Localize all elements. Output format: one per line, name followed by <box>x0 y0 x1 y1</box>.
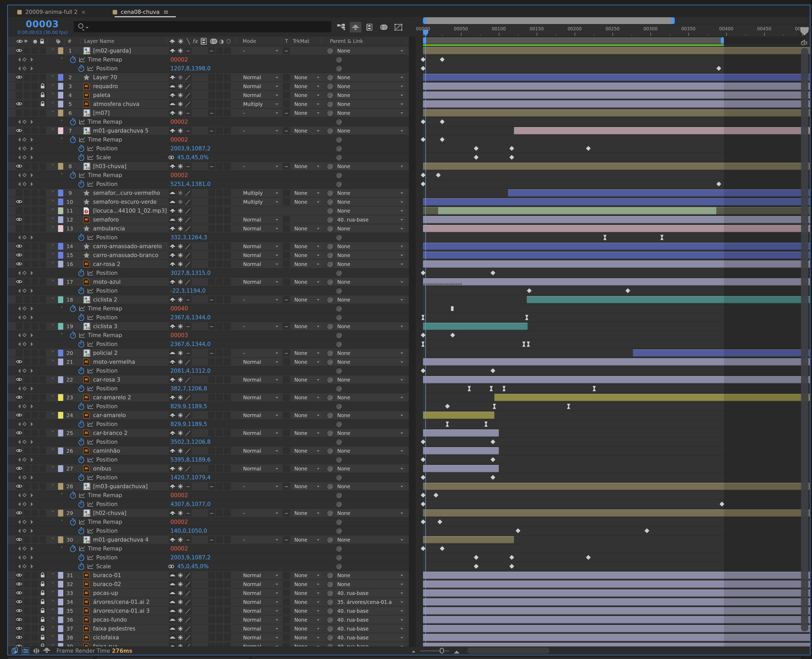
label-color-swatch[interactable] <box>58 207 63 214</box>
eye-cell[interactable] <box>16 536 22 543</box>
audio-cell[interactable] <box>24 447 30 454</box>
property-lane[interactable] <box>423 313 810 322</box>
comp-marker-bin-icon[interactable] <box>801 27 808 36</box>
threed-switch[interactable] <box>224 429 231 437</box>
frame-blend-switch[interactable]: − <box>208 349 215 356</box>
solo-cell[interactable] <box>31 91 38 99</box>
expand-layer-icon[interactable]: ˃ <box>52 82 54 90</box>
eye-cell[interactable] <box>16 598 22 605</box>
layer-row[interactable]: ˃3AiAIrequadro／NormalNone@None <box>8 82 409 91</box>
keyframe-icon[interactable] <box>625 288 630 293</box>
collapse-switch[interactable] <box>177 162 184 170</box>
parent-pickwhip-icon[interactable]: @ <box>327 46 333 55</box>
blend-mode-dropdown[interactable]: Normal <box>241 252 280 259</box>
keyframe-icon[interactable] <box>422 342 425 347</box>
quality-switch[interactable]: − <box>184 323 192 330</box>
parent-pickwhip-icon[interactable]: @ <box>327 482 333 490</box>
property-row[interactable]: Position3027,8,1315,0@ <box>8 268 409 277</box>
prev-keyframe-icon[interactable] <box>16 153 20 162</box>
property-lane[interactable] <box>423 144 810 153</box>
shy-switch[interactable] <box>169 411 176 419</box>
property-value[interactable]: 1207,8,1398,0 <box>170 64 211 73</box>
eye-cell[interactable] <box>16 74 22 81</box>
shy-switch[interactable] <box>169 590 176 596</box>
keyframe-icon[interactable] <box>527 342 530 347</box>
property-name[interactable]: Position <box>96 340 118 348</box>
collapse-switch[interactable] <box>177 216 184 223</box>
collapse-layer-icon[interactable]: ˅ <box>52 464 54 473</box>
stopwatch-icon[interactable] <box>69 517 76 526</box>
threed-switch[interactable] <box>224 260 231 268</box>
preserve-transparency-toggle[interactable] <box>283 590 290 596</box>
property-value[interactable]: 382,7,1206,8 <box>170 384 207 393</box>
shy-switch[interactable] <box>169 91 176 99</box>
graph-icon[interactable] <box>79 544 85 553</box>
stopwatch-icon[interactable] <box>78 153 85 162</box>
graph-icon[interactable] <box>87 473 94 482</box>
timeline-zoom-slider[interactable] <box>420 650 449 651</box>
property-row[interactable]: Position5395,8,1189,6@ <box>8 455 409 464</box>
motion-blur-switch[interactable] <box>216 109 223 117</box>
motion-blur-switch[interactable] <box>216 278 223 285</box>
add-keyframe-icon[interactable] <box>23 517 26 526</box>
graph-icon[interactable] <box>79 55 85 64</box>
frame-blend-switch[interactable] <box>208 74 215 81</box>
layer-row[interactable]: ˅27AiAIonibus／NormalNone@None <box>8 464 409 473</box>
shy-switch[interactable] <box>169 634 176 641</box>
property-pickwhip-icon[interactable]: @ <box>336 144 342 153</box>
graph-icon[interactable] <box>87 402 94 411</box>
solo-cell[interactable] <box>31 83 38 90</box>
label-color-swatch[interactable] <box>58 74 63 81</box>
collapse-switch[interactable] <box>177 572 184 579</box>
quality-switch[interactable]: − <box>184 509 192 517</box>
next-keyframe-icon[interactable] <box>31 553 35 562</box>
label-color-swatch[interactable] <box>58 465 63 472</box>
parent-pickwhip-icon[interactable]: @ <box>327 322 333 331</box>
preserve-transparency-toggle[interactable]: − <box>283 509 290 517</box>
lock-cell[interactable] <box>39 323 46 330</box>
shy-switch[interactable] <box>169 74 176 81</box>
property-value[interactable]: 00040 <box>170 304 188 313</box>
shy-switch[interactable] <box>169 376 176 383</box>
blend-mode-dropdown[interactable]: Normal <box>241 643 280 646</box>
quality-switch[interactable]: ／ <box>184 580 192 588</box>
layer-name[interactable]: [h03-chuva] <box>93 162 126 170</box>
audio-cell[interactable] <box>24 225 30 232</box>
add-keyframe-icon[interactable] <box>23 55 26 64</box>
parent-link-dropdown[interactable]: None <box>335 252 405 259</box>
audio-cell[interactable] <box>24 643 30 646</box>
label-color-swatch[interactable] <box>58 448 63 454</box>
property-name[interactable]: Position <box>96 313 118 322</box>
eye-cell[interactable] <box>16 509 22 517</box>
blend-mode-dropdown[interactable]: - <box>241 109 280 117</box>
shy-switch[interactable] <box>169 572 176 579</box>
add-keyframe-icon[interactable] <box>23 286 26 295</box>
audio-cell[interactable] <box>24 429 30 437</box>
property-lane[interactable] <box>423 553 810 562</box>
graph-icon[interactable] <box>87 64 94 73</box>
label-color-swatch[interactable] <box>58 110 63 117</box>
trkmat-dropdown[interactable]: None <box>292 243 321 250</box>
prev-keyframe-icon[interactable] <box>16 366 20 375</box>
stopwatch-icon[interactable] <box>78 313 85 322</box>
stopwatch-icon[interactable] <box>78 144 85 153</box>
collapse-layer-icon[interactable]: ˅ <box>52 446 54 455</box>
layer-lane[interactable] <box>423 375 810 384</box>
motion-blur-switch[interactable] <box>216 536 223 543</box>
graph-icon[interactable] <box>79 117 85 126</box>
next-keyframe-icon[interactable] <box>31 455 35 464</box>
property-row[interactable]: Position2003,9,1087,2@ <box>8 144 409 153</box>
layer-row[interactable]: ˅30m01-guardachuva 4−−-−None@None <box>8 535 409 544</box>
parent-pickwhip-icon[interactable]: @ <box>327 509 333 517</box>
quality-switch[interactable]: ／ <box>184 101 192 107</box>
audio-cell[interactable] <box>24 260 30 268</box>
layer-row[interactable]: ˅16AiAIcar-rosa 2／NormalNone@None <box>8 260 409 268</box>
keyframe-icon[interactable] <box>445 404 450 408</box>
frame-blend-switch[interactable] <box>208 260 215 268</box>
quality-switch[interactable]: ／ <box>184 207 192 214</box>
keyframe-icon[interactable] <box>474 555 478 560</box>
property-row[interactable]: Position829,9,1189,5@ <box>8 420 409 429</box>
property-value[interactable]: 00002 <box>170 544 188 553</box>
layer-lane[interactable] <box>423 215 810 224</box>
lock-cell[interactable] <box>39 509 46 517</box>
